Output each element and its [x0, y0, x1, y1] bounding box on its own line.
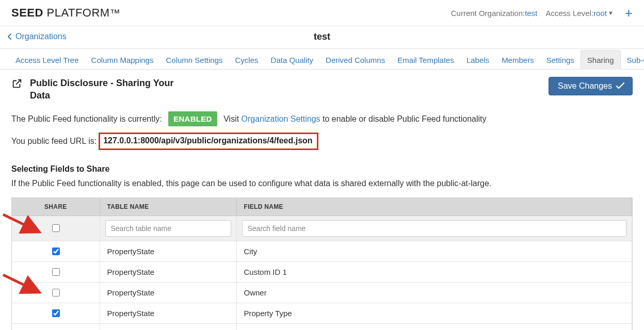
page-title: test	[314, 31, 330, 42]
brand: SEED PLATFORM™	[11, 6, 120, 20]
table-row: PropertyStateState	[12, 323, 632, 330]
save-button-label: Save Changes	[558, 81, 612, 91]
brand-tm: ™	[110, 7, 121, 19]
filter-fname-cell	[236, 216, 632, 241]
top-bar: SEED PLATFORM™ Current Organization: tes…	[0, 0, 644, 26]
filter-row	[12, 216, 632, 241]
url-box: 127.0.0.1:8000/api/v3/public/organizatio…	[99, 133, 318, 150]
filter-share-cell	[12, 216, 100, 241]
tab-members[interactable]: Members	[495, 51, 540, 69]
org-label: Current Organization:	[451, 9, 525, 18]
status-line: The Public Feed functionality is current…	[11, 111, 633, 126]
subhead: Selecting Fields to Share	[11, 164, 633, 174]
fname-cell: State	[236, 323, 632, 330]
tname-cell: PropertyState	[100, 303, 236, 323]
table-header-row: SHARE TABLE NAME FIELD NAME	[12, 198, 632, 216]
tab-labels[interactable]: Labels	[460, 51, 495, 69]
table-row: PropertyStateProperty Type	[12, 303, 632, 323]
tab-sub-organizations[interactable]: Sub-Organizations	[621, 51, 644, 69]
share-icon	[11, 78, 23, 91]
share-cell	[12, 323, 100, 330]
brand-light: PLATFORM	[43, 6, 110, 19]
breadcrumb-label: Organizations	[15, 32, 67, 41]
search-table-name-input[interactable]	[105, 220, 231, 237]
select-all-checkbox[interactable]	[52, 224, 60, 232]
tab-data-quality[interactable]: Data Quality	[265, 51, 320, 69]
share-cell	[12, 241, 100, 261]
col-fname: FIELD NAME	[236, 198, 632, 216]
search-field-name-input[interactable]	[242, 220, 627, 237]
top-right: Current Organization: test Access Level:…	[451, 6, 633, 20]
url-prefix: You public feed URL is:	[11, 137, 96, 146]
plus-icon[interactable]: +	[625, 6, 633, 20]
table-row: PropertyStateCity	[12, 241, 632, 261]
url-line: You public feed URL is: 127.0.0.1:8000/a…	[11, 133, 633, 150]
heading-left: Public Disclosure - Sharing Your Data	[11, 77, 174, 102]
share-cell	[12, 282, 100, 303]
crumb-row: Organizations test	[0, 26, 644, 49]
status-badge: ENABLED	[168, 111, 217, 126]
chevron-down-icon[interactable]: ▼	[608, 10, 614, 16]
check-icon	[616, 82, 624, 90]
tab-column-settings[interactable]: Column Settings	[159, 51, 229, 69]
heading-text: Public Disclosure - Sharing Your Data	[30, 77, 174, 102]
access-label: Access Level:	[546, 9, 594, 18]
status-prefix: The Public Feed functionality is current…	[11, 114, 162, 123]
tab-email-templates[interactable]: Email Templates	[391, 51, 460, 69]
tab-sharing[interactable]: Sharing	[581, 50, 621, 70]
col-tname: TABLE NAME	[100, 198, 236, 216]
tab-derived-columns[interactable]: Derived Columns	[319, 51, 391, 69]
chevron-left-icon	[7, 33, 12, 40]
status-suffix: to enable or disable Public Feed functio…	[320, 114, 487, 123]
tname-cell: PropertyState	[100, 282, 236, 303]
share-cell	[12, 261, 100, 282]
fname-cell: City	[236, 241, 632, 261]
table-row: PropertyStateOwner	[12, 282, 632, 303]
share-checkbox[interactable]	[52, 268, 60, 276]
fname-cell: Owner	[236, 282, 632, 303]
table-wrap: SHARE TABLE NAME FIELD NAME	[11, 197, 633, 330]
share-cell	[12, 303, 100, 323]
filter-tname-cell	[100, 216, 236, 241]
save-button[interactable]: Save Changes	[549, 77, 633, 95]
tab-settings[interactable]: Settings	[540, 51, 581, 69]
heading-row: Public Disclosure - Sharing Your Data Sa…	[11, 77, 633, 102]
tab-cycles[interactable]: Cycles	[229, 51, 265, 69]
fname-cell: Custom ID 1	[236, 261, 632, 282]
access-link[interactable]: root	[593, 9, 607, 18]
tname-cell: PropertyState	[100, 323, 236, 330]
tab-column-mappings[interactable]: Column Mappings	[85, 51, 160, 69]
status-visit: Visit	[223, 114, 241, 123]
org-link[interactable]: test	[525, 9, 537, 18]
share-checkbox[interactable]	[52, 248, 60, 255]
fields-table: SHARE TABLE NAME FIELD NAME	[12, 198, 632, 330]
table-body: PropertyStateCityPropertyStateCustom ID …	[12, 216, 632, 330]
share-checkbox[interactable]	[52, 289, 60, 296]
tname-cell: PropertyState	[100, 241, 236, 261]
tabs: Access Level TreeColumn MappingsColumn S…	[0, 49, 644, 70]
tname-cell: PropertyState	[100, 261, 236, 282]
tab-access-level-tree[interactable]: Access Level Tree	[9, 51, 85, 69]
breadcrumb-back[interactable]: Organizations	[7, 32, 67, 41]
subdesc: If the Public Feed functionality is enab…	[11, 179, 633, 188]
org-settings-link[interactable]: Organization Settings	[242, 114, 320, 123]
table-row: PropertyStateCustom ID 1	[12, 261, 632, 282]
fname-cell: Property Type	[236, 303, 632, 323]
content: Public Disclosure - Sharing Your Data Sa…	[0, 70, 644, 330]
col-share: SHARE	[12, 198, 100, 216]
brand-bold: SEED	[11, 6, 43, 19]
share-checkbox[interactable]	[52, 309, 60, 317]
